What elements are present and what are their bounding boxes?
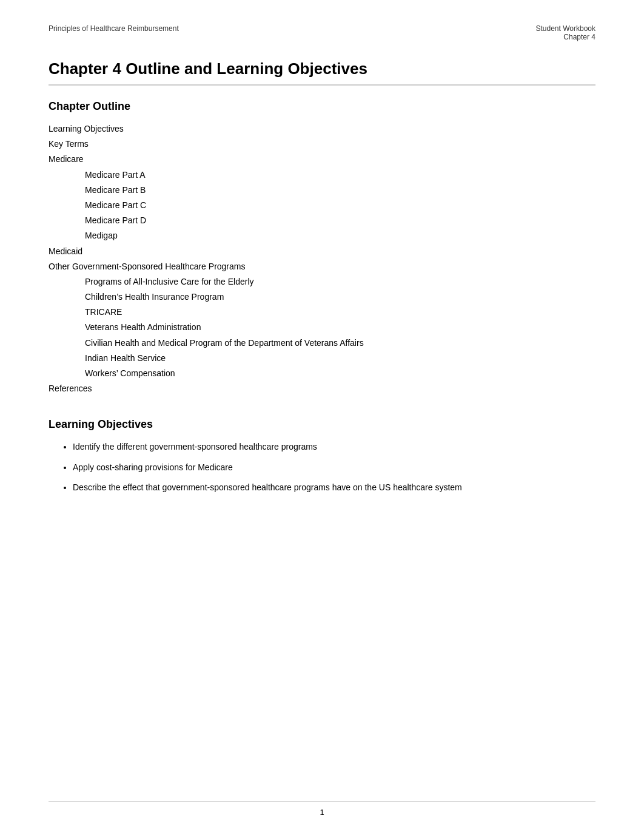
- list-item: Programs of All-Inclusive Care for the E…: [49, 274, 595, 289]
- header-left: Principles of Healthcare Reimbursement: [49, 24, 179, 33]
- list-item: Children’s Health Insurance Program: [49, 289, 595, 305]
- list-item: Medicare Part C: [49, 198, 595, 213]
- chapter-outline-section: Chapter Outline Learning ObjectivesKey T…: [49, 100, 595, 396]
- objectives-list: Identify the different government-sponso…: [49, 439, 595, 495]
- list-item: Medicare Part B: [49, 183, 595, 198]
- list-item: Veterans Health Administration: [49, 320, 595, 335]
- list-item: Workers’ Compensation: [49, 366, 595, 381]
- page-number: 1: [320, 808, 324, 817]
- list-item: Key Terms: [49, 137, 595, 152]
- list-item: Indian Health Service: [49, 351, 595, 366]
- list-item: References: [49, 381, 595, 396]
- list-item: Medicare Part D: [49, 213, 595, 228]
- chapter-outline-title: Chapter Outline: [49, 100, 595, 113]
- list-item: Medicaid: [49, 244, 595, 259]
- bottom-border: [49, 801, 595, 802]
- list-item: Medigap: [49, 228, 595, 243]
- header-right-line2: Chapter 4: [535, 33, 595, 41]
- chapter-outline-list: Learning ObjectivesKey TermsMedicareMedi…: [49, 121, 595, 396]
- list-item: Apply cost-sharing provisions for Medica…: [73, 460, 595, 475]
- list-item: Identify the different government-sponso…: [73, 439, 595, 455]
- chapter-title: Chapter 4 Outline and Learning Objective…: [49, 59, 595, 86]
- header-right: Student Workbook Chapter 4: [535, 24, 595, 41]
- header-right-line1: Student Workbook: [535, 24, 595, 33]
- list-item: Describe the effect that government-spon…: [73, 480, 595, 495]
- list-item: Medicare: [49, 152, 595, 167]
- list-item: TRICARE: [49, 305, 595, 320]
- learning-objectives-title: Learning Objectives: [49, 418, 595, 431]
- page-header: Principles of Healthcare Reimbursement S…: [49, 24, 595, 41]
- list-item: Civilian Health and Medical Program of t…: [49, 336, 595, 351]
- list-item: Medicare Part A: [49, 167, 595, 183]
- list-item: Learning Objectives: [49, 121, 595, 137]
- list-item: Other Government-Sponsored Healthcare Pr…: [49, 259, 595, 274]
- learning-objectives-section: Learning Objectives Identify the differe…: [49, 418, 595, 495]
- page: Principles of Healthcare Reimbursement S…: [0, 0, 644, 835]
